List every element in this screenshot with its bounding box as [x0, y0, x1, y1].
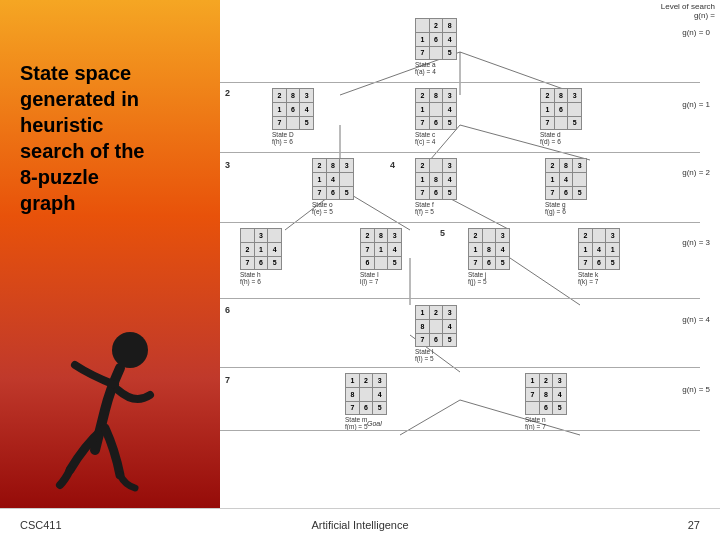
- level-line-1: [220, 82, 700, 83]
- level-5-number: 5: [440, 228, 445, 238]
- level-3-number-4: 4: [390, 160, 395, 170]
- g-value-2: g(n) = 2: [682, 168, 710, 177]
- title-line3: heuristic: [20, 114, 103, 136]
- state-j-node: 2 3 1 8 4 7 6 5 State j f(j) = 5: [468, 228, 510, 285]
- goal-label: Goal: [367, 420, 382, 427]
- state-h-node: 3 2 1 4 7 6 5 State h f(h) = 6: [240, 228, 282, 285]
- bottom-bar: CSC411 Artificial Intelligence 27: [0, 508, 720, 540]
- level-line-2: [220, 152, 700, 153]
- level-line-4: [220, 298, 700, 299]
- state-f-node: 2 3 1 8 4 7 6 5 State f f(f) = 5: [415, 158, 457, 215]
- state-l-node: 1 2 3 8 4 7 6 5 State l f(l) = 5: [415, 305, 457, 362]
- title-line2: generated in: [20, 88, 139, 110]
- level-6-label: 6: [225, 305, 230, 315]
- level-7-label: 7: [225, 375, 230, 385]
- runner-image: [10, 320, 210, 500]
- state-d-node: 2 8 3 1 6 7 5 State d f(d) = 6: [540, 88, 582, 145]
- level-line-3: [220, 222, 700, 223]
- state-k-node: 2 3 1 4 1 7 6 5 State k f(k) = 7: [578, 228, 620, 285]
- page-number: 27: [688, 519, 700, 531]
- level-2-number: 2: [225, 88, 230, 98]
- state-i-node: 2 8 3 7 1 4 6 5 State I l(l) = 7: [360, 228, 402, 285]
- sidebar: State space generated in heuristic searc…: [0, 0, 220, 540]
- sidebar-title: State space generated in heuristic searc…: [20, 60, 180, 216]
- g-value-0: g(n) = 0: [682, 28, 710, 37]
- g-value-1: g(n) = 1: [682, 100, 710, 109]
- diagram-container: Level of searchg(n) =: [220, 0, 720, 508]
- tree-lines-svg: [220, 0, 700, 488]
- state-a-node: 2 8 1 6 4 7 5 State a f(a) = 4: [415, 18, 457, 75]
- state-g-node: 2 8 3 1 4 7 6 5 State g f(g) = 6: [545, 158, 587, 215]
- g-value-4: g(n) = 4: [682, 315, 710, 324]
- title-line4: search of the: [20, 140, 144, 162]
- level-of-search-label: Level of searchg(n) =: [661, 2, 715, 20]
- level-3-number: 3: [225, 160, 230, 170]
- state-n-node: 1 2 3 7 8 4 6 5 State n f(n) = 7: [525, 373, 567, 430]
- title-line6: graph: [20, 192, 76, 214]
- course-label: CSC411: [20, 519, 62, 531]
- subject-label: Artificial Intelligence: [311, 519, 408, 531]
- state-e-node: 2 8 3 1 4 7 6 5 State o f(e) = 5: [312, 158, 354, 215]
- level-line-6: [220, 430, 700, 431]
- title-line5: 8-puzzle: [20, 166, 99, 188]
- level-line-5: [220, 367, 700, 368]
- svg-point-0: [112, 332, 148, 368]
- main-content: Level of searchg(n) =: [220, 0, 720, 508]
- g-value-5: g(n) = 5: [682, 385, 710, 394]
- state-b-node: 2 8 3 1 6 4 7 5 State D f(h) = 6: [272, 88, 314, 145]
- g-value-3: g(n) = 3: [682, 238, 710, 247]
- title-line1: State space: [20, 62, 131, 84]
- state-c-node: 2 8 3 1 4 7 6 5 State c f(c) = 4: [415, 88, 457, 145]
